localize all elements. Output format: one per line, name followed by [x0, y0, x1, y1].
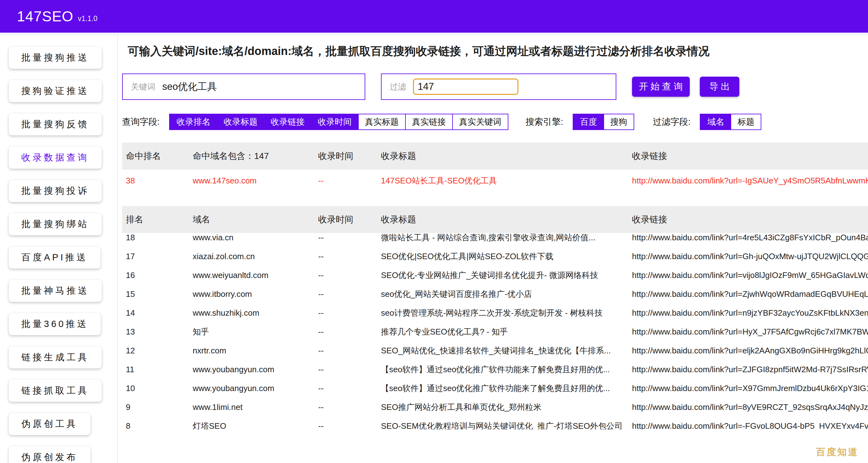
export-button[interactable]: 导出: [700, 77, 739, 97]
filter-field[interactable]: 过滤: [381, 74, 616, 100]
start-query-button[interactable]: 开始查询: [632, 77, 690, 97]
link-cell[interactable]: http://www.baidu.com/link?url=-FGvoL8QUG…: [632, 421, 868, 430]
table-row: 11 www.youbangyun.com -- 【seo软件】通过seo优化推…: [122, 360, 868, 379]
domain-cell: www.youbangyun.com: [193, 383, 318, 393]
watermark: 百度知道: [816, 446, 859, 459]
sidebar-item[interactable]: 批量搜狗绑站: [9, 213, 102, 235]
time-cell: --: [318, 252, 381, 261]
toggle-option[interactable]: 收录标题: [217, 114, 264, 129]
table-row: 8 灯塔SEO -- SEO-SEM优化教程培训与网站关键词优化_推广-灯塔SE…: [122, 416, 868, 429]
header-cell-domain: 命中域名包含：147: [193, 150, 318, 162]
sidebar: 批量搜狗推送 搜狗验证推送 批量搜狗反馈 收录数据查询 批量搜狗投诉 批量搜狗绑…: [0, 35, 118, 463]
time-cell: --: [318, 346, 381, 355]
header-divider: [0, 33, 868, 35]
sidebar-item[interactable]: 伪原创工具: [9, 413, 90, 435]
title-cell: SEO-SEM优化教程培训与网站关键词优化_推广-灯塔SEO外包公司: [381, 421, 632, 430]
link-cell[interactable]: http://www.baidu.com/link?url=Gh-juQOxMt…: [632, 252, 868, 261]
link-cell[interactable]: http://www.baidu.com/link?url=ZJFGI8zpnf…: [632, 365, 868, 374]
toggle-option[interactable]: 真实链接: [405, 114, 452, 129]
filter-input-wrapper: [413, 79, 519, 95]
domain-cell: xiazai.zol.com.cn: [193, 252, 318, 261]
toggle-option[interactable]: 收录排名: [170, 114, 217, 129]
sidebar-item-label: 伪原创发布: [21, 452, 78, 462]
sidebar-item[interactable]: 批量搜狗反馈: [9, 113, 102, 135]
toggle-option[interactable]: 域名: [701, 114, 731, 129]
link-cell[interactable]: http://www.baidu.com/link?url=n9jzYBF32a…: [632, 308, 868, 318]
sidebar-item[interactable]: 链接抓取工具: [9, 380, 102, 402]
rank-cell: 8: [122, 421, 193, 430]
rank-cell: 9: [122, 402, 193, 412]
query-fields-label: 查询字段:: [122, 116, 160, 128]
domain-cell: www.147seo.com: [193, 176, 318, 186]
rank-cell: 18: [122, 233, 193, 242]
sidebar-item[interactable]: 批量搜狗推送: [9, 47, 102, 69]
time-cell: --: [318, 308, 381, 318]
sidebar-item[interactable]: 收录数据查询: [9, 147, 102, 169]
sidebar-item-label: 批量搜狗反馈: [21, 119, 89, 129]
app-title: 147SEO: [17, 8, 73, 25]
sidebar-item-label: 收录数据查询: [21, 152, 89, 163]
link-cell[interactable]: http://www.baidu.com/link?url=8yVE9RCZT_…: [632, 402, 868, 412]
time-cell: --: [318, 176, 381, 186]
domain-cell: 知乎: [193, 326, 318, 337]
sidebar-item-label: 批量360推送: [21, 319, 88, 329]
sidebar-item[interactable]: 批量360推送: [9, 313, 101, 335]
keyword-field[interactable]: 关键词: [122, 74, 365, 100]
result-table-scroll: 18 www.via.cn -- 微啦站长工具 - 网站综合查询,搜索引擎收录查…: [122, 233, 868, 429]
sidebar-item[interactable]: 伪原创发布: [9, 446, 90, 463]
title-cell: 147SEO站长工具-SEO优化工具: [381, 175, 632, 186]
link-cell[interactable]: http://www.baidu.com/link?url=eljk2AAngG…: [632, 346, 868, 355]
rank-cell: 10: [122, 383, 193, 393]
toggle-option[interactable]: 收录链接: [264, 114, 311, 129]
toggle-option[interactable]: 标题: [731, 114, 761, 129]
filter-field-label: 过滤字段:: [653, 116, 691, 128]
rank-cell: 13: [122, 327, 193, 337]
table-row: 13 知乎 -- 推荐几个专业SEO优化工具? - 知乎 http://www.…: [122, 322, 868, 341]
link-cell[interactable]: http://www.baidu.com/link?url=HyX_J7F5Af…: [632, 327, 868, 337]
filter-input[interactable]: [418, 81, 518, 92]
sidebar-item-label: 批量神马推送: [21, 286, 89, 296]
sidebar-item[interactable]: 搜狗验证推送: [9, 80, 102, 102]
domain-cell: 灯塔SEO: [193, 421, 318, 430]
sidebar-item[interactable]: 链接生成工具: [9, 346, 102, 369]
link-cell[interactable]: http://www.baidu.com/link?url=-IgSAUeY_y…: [632, 176, 868, 186]
domain-cell: www.via.cn: [193, 233, 318, 242]
filter-row: 查询字段: 收录排名 收录标题 收录链接 收录时间 真实标题 真实链接 真实关键…: [122, 114, 868, 130]
link-cell[interactable]: http://www.baidu.com/link?url=X97GmmJrem…: [632, 383, 868, 393]
keyword-input[interactable]: [162, 81, 356, 92]
title-cell: SEO优化|SEO优化工具|网站SEO-ZOL软件下载: [381, 251, 632, 262]
keyword-label: 关键词: [131, 81, 155, 92]
toggle-option[interactable]: 百度: [574, 114, 603, 129]
sidebar-item-label: 搜狗验证推送: [21, 86, 89, 96]
rank-cell: 15: [122, 289, 193, 299]
hit-table-body: 38 www.147seo.com -- 147SEO站长工具-SEO优化工具 …: [122, 170, 868, 192]
link-cell[interactable]: http://www.baidu.com/link?url=4re5L43iCZ…: [632, 233, 868, 242]
rank-cell: 11: [122, 365, 193, 374]
sidebar-item[interactable]: 批量神马推送: [9, 280, 102, 302]
sidebar-item-label: 链接生成工具: [21, 352, 89, 362]
toggle-option[interactable]: 真实标题: [358, 114, 405, 129]
search-engine-label: 搜索引擎:: [526, 116, 563, 128]
rank-cell: 14: [122, 308, 193, 318]
query-row: 关键词 过滤 开始查询 导出: [122, 74, 868, 100]
header-cell-time: 收录时间: [318, 213, 381, 226]
table-row: 9 www.1limi.net -- SEO推广网站分析工具和单页优化_郑州粒米…: [122, 398, 868, 416]
title-cell: 【seo软件】通过seo优化推广软件功能来了解免费且好用的优...: [381, 383, 632, 394]
toggle-option[interactable]: 收录时间: [311, 114, 358, 129]
link-cell[interactable]: http://www.baidu.com/link?url=vijo8lJgIO…: [632, 270, 868, 280]
domain-cell: nxrtr.com: [193, 346, 318, 355]
toggle-option[interactable]: 搜狗: [603, 114, 633, 129]
filter-label: 过滤: [390, 81, 406, 92]
rank-cell: 38: [122, 176, 193, 186]
rank-cell: 12: [122, 346, 193, 355]
rank-cell: 17: [122, 252, 193, 261]
header-cell-domain: 域名: [193, 213, 318, 226]
sidebar-item-label: 批量搜狗投诉: [21, 186, 89, 196]
sidebar-item[interactable]: 批量搜狗投诉: [9, 180, 102, 202]
sidebar-item[interactable]: 百度API推送: [9, 247, 100, 268]
domain-cell: www.shuzhikj.com: [193, 308, 318, 318]
link-cell[interactable]: http://www.baidu.com/link?url=ZjwhWqoWRd…: [632, 289, 868, 299]
time-cell: --: [318, 270, 381, 280]
time-cell: --: [318, 365, 381, 374]
toggle-option[interactable]: 真实关键词: [452, 114, 508, 129]
